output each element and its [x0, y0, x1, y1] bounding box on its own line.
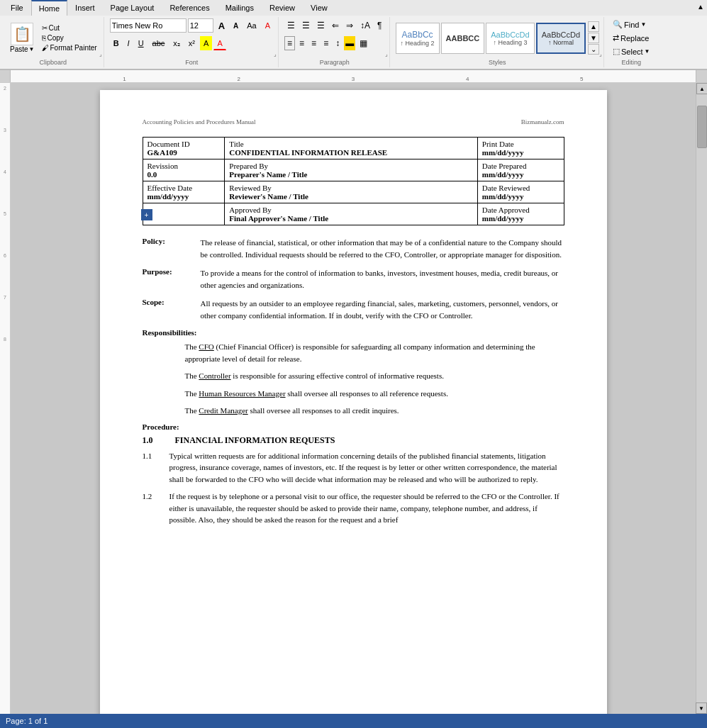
select-icon: ⬚ [613, 47, 620, 56]
document-area[interactable]: + Accounting Policies and Procedures Man… [11, 83, 696, 728]
cell-value: Final Approver's Name / Title [229, 214, 473, 223]
subscript-button[interactable]: x₂ [169, 36, 184, 50]
align-center-button[interactable]: ≡ [296, 36, 307, 50]
doc-header-left: Accounting Policies and Procedures Manua… [143, 118, 256, 125]
ruler-scroll-btn[interactable] [696, 70, 707, 82]
multilevel-button[interactable]: ☰ [314, 18, 328, 33]
font-color-button[interactable]: A [213, 36, 226, 50]
select-button[interactable]: ⬚ Select ▼ [610, 45, 653, 57]
align-left-button[interactable]: ≡ [284, 36, 295, 50]
item-num-1-1: 1.1 [143, 450, 162, 486]
tab-review[interactable]: Review [262, 0, 303, 16]
change-case-button[interactable]: Aa [243, 18, 260, 33]
scroll-down-button[interactable]: ▼ [696, 702, 707, 714]
find-button[interactable]: 🔍 Find ▼ [610, 18, 653, 30]
tab-insert[interactable]: Insert [67, 0, 103, 16]
align-right-button[interactable]: ≡ [308, 36, 319, 50]
increase-indent-button[interactable]: ⇒ [343, 18, 356, 33]
document-header: Accounting Policies and Procedures Manua… [143, 118, 564, 125]
paste-dropdown-arrow[interactable]: ▼ [29, 46, 35, 52]
clipboard-launcher[interactable]: ⌟ [99, 51, 102, 57]
style-heading-caps[interactable]: AABBCC [441, 23, 485, 54]
add-row-button[interactable]: + [141, 209, 152, 220]
table-row: Revission 0.0 Prepared By Preparer's Nam… [143, 159, 564, 181]
copy-icon: ⎘ [42, 34, 46, 42]
decrease-indent-button[interactable]: ⇐ [329, 18, 342, 33]
table-cell: Date Prepared mm/dd/yyyy [477, 159, 564, 181]
section-1-header: 1.0 FINANCIAL INFORMATION REQUESTS [143, 435, 564, 446]
table-row: Effective Date mm/dd/yyyy Reviewed By Re… [143, 181, 564, 203]
style-heading3[interactable]: AaBbCcDd ↑ Heading 3 [486, 23, 534, 54]
section-1-num: 1.0 [143, 435, 164, 446]
font-group: A A Aa A B I U abc x₂ x² A A Font ⌟ [106, 17, 279, 67]
cell-label: Approved By [229, 206, 473, 214]
tab-file[interactable]: File [3, 0, 31, 16]
tab-page-layout[interactable]: Page Layout [103, 0, 162, 16]
find-dropdown[interactable]: ▼ [640, 21, 646, 28]
italic-button[interactable]: I [124, 36, 133, 50]
numbering-button[interactable]: ☰ [299, 18, 313, 33]
justify-button[interactable]: ≡ [321, 36, 331, 50]
style-normal[interactable]: AaBbCcDd ↑ Normal [536, 23, 586, 54]
purpose-label: Purpose: [143, 267, 194, 291]
scroll-thumb[interactable] [697, 106, 707, 148]
heading3-label: ↑ Heading 3 [493, 39, 527, 46]
clear-format-button[interactable]: A [262, 18, 274, 33]
paste-label: Paste [10, 45, 28, 53]
heading3-sample: AaBbCcDd [491, 30, 529, 39]
paragraph-launcher[interactable]: ⌟ [385, 51, 388, 57]
shading-button[interactable]: ▬ [344, 36, 355, 50]
cell-label: Date Approved [482, 206, 560, 214]
scroll-up-button[interactable]: ▲ [696, 83, 707, 94]
shrink-font-button[interactable]: A [230, 18, 242, 33]
cut-button[interactable]: ✂ Cut [40, 23, 99, 33]
grow-font-button[interactable]: A [215, 18, 228, 33]
editing-group-content: 🔍 Find ▼ ⇄ Replace ⬚ Select ▼ [610, 18, 653, 57]
heading2-sample: AaBbCc [402, 30, 433, 40]
tab-view[interactable]: View [303, 0, 335, 16]
clipboard-small-buttons: ✂ Cut ⎘ Copy 🖌 Format Painter [40, 23, 99, 52]
styles-group: AaBbCc ↑ Heading 2 AABBCC AaBbCcDd ↑ Hea… [391, 17, 604, 67]
font-launcher[interactable]: ⌟ [274, 51, 277, 57]
line-spacing-button[interactable]: ↕ [333, 36, 343, 50]
styles-launcher[interactable]: ⌟ [599, 51, 602, 57]
cell-value: mm/dd/yyyy [482, 214, 560, 223]
tab-references[interactable]: References [162, 0, 217, 16]
ribbon-collapse-btn[interactable]: ▲ [694, 0, 707, 16]
format-painter-button[interactable]: 🖌 Format Painter [40, 43, 99, 52]
show-hide-button[interactable]: ¶ [374, 18, 384, 33]
paste-button[interactable]: 📋 Paste ▼ [7, 21, 38, 55]
cell-value: mm/dd/yyyy [482, 170, 560, 179]
style-scroll-up[interactable]: ▲ [588, 21, 599, 32]
style-scroll-down[interactable]: ▼ [588, 33, 599, 43]
bullets-button[interactable]: ☰ [284, 18, 298, 33]
vertical-scrollbar[interactable]: ▲ ▼ [696, 83, 707, 728]
style-heading2[interactable]: AaBbCc ↑ Heading 2 [396, 23, 440, 54]
strikethrough-button[interactable]: abc [149, 36, 169, 50]
font-group-content: A A Aa A B I U abc x₂ x² A A [110, 18, 274, 57]
sort-button[interactable]: ↕A [357, 18, 373, 33]
underline-button[interactable]: U [135, 36, 147, 50]
paragraph-group: ☰ ☰ ☰ ⇐ ⇒ ↕A ¶ ≡ ≡ ≡ ≡ ↕ ▬ ▦ P [280, 17, 389, 67]
paste-icon: 📋 [11, 23, 33, 45]
replace-button[interactable]: ⇄ Replace [610, 32, 653, 44]
font-size-input[interactable] [188, 18, 213, 33]
bold-button[interactable]: B [110, 36, 123, 50]
copy-button[interactable]: ⎘ Copy [40, 33, 99, 43]
controller-link: Controller [199, 371, 230, 380]
superscript-button[interactable]: x² [185, 36, 199, 50]
borders-button[interactable]: ▦ [357, 36, 370, 50]
font-name-input[interactable] [110, 18, 187, 33]
left-ruler-mark-6: 6 [4, 253, 6, 258]
item-num-1-2: 1.2 [143, 491, 162, 526]
tab-mailings[interactable]: Mailings [218, 0, 262, 16]
tab-home[interactable]: Home [31, 0, 67, 16]
ruler-mark-1: 1 [123, 76, 126, 82]
section-1-title: FINANCIAL INFORMATION REQUESTS [175, 435, 335, 446]
select-dropdown[interactable]: ▼ [645, 48, 650, 55]
highlight-button[interactable]: A [200, 36, 212, 50]
policy-text: The release of financial, statistical, o… [201, 237, 564, 260]
cell-value: CONFIDENTIAL INFORMATION RELEASE [229, 148, 473, 157]
style-more[interactable]: ⌄ [588, 44, 599, 55]
credit-manager-link: Credit Manager [199, 406, 247, 415]
